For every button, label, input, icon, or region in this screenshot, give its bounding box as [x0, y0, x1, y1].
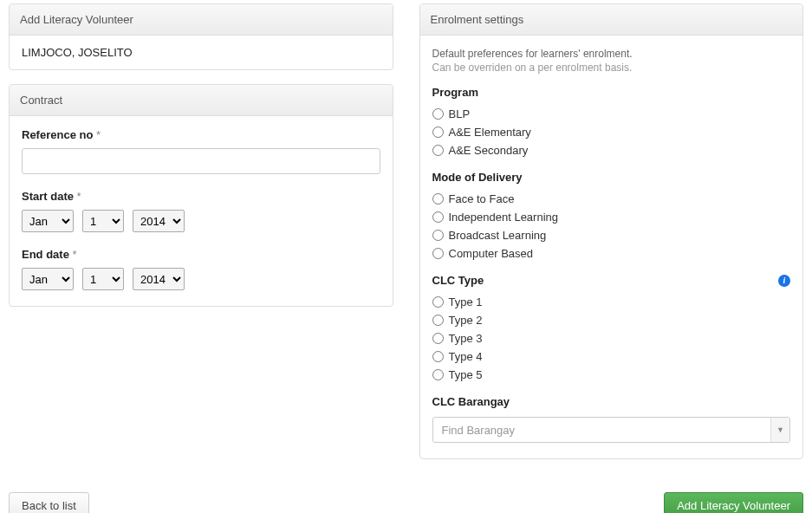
clc-type-option-label: Type 3 — [449, 332, 483, 345]
clc-type-radio[interactable] — [432, 351, 444, 362]
clc-type-option-label: Type 5 — [449, 368, 483, 381]
mode-option[interactable]: Computer Based — [432, 247, 791, 260]
reference-no-label: Reference no — [22, 128, 380, 141]
start-date-label: Start date — [22, 190, 380, 203]
mode-label: Mode of Delivery — [432, 171, 791, 184]
clc-type-option[interactable]: Type 4 — [432, 350, 791, 363]
mode-option[interactable]: Broadcast Learning — [432, 229, 791, 242]
program-option[interactable]: A&E Elementary — [432, 126, 791, 139]
program-option[interactable]: A&E Secondary — [432, 144, 791, 157]
clc-type-radio[interactable] — [432, 333, 444, 344]
enrolment-settings-title: Enrolment settings — [420, 4, 803, 36]
clc-type-option[interactable]: Type 5 — [432, 368, 791, 381]
program-option[interactable]: BLP — [432, 107, 791, 120]
reference-no-input[interactable] — [22, 148, 380, 174]
mode-radio[interactable] — [432, 211, 444, 223]
clc-type-radio[interactable] — [432, 296, 444, 308]
clc-type-label: CLC Type — [432, 274, 484, 287]
mode-option[interactable]: Face to Face — [432, 192, 791, 205]
mode-option-label: Broadcast Learning — [449, 229, 547, 242]
clc-type-radio-group: Type 1 Type 2 Type 3 Type 4 Type 5 — [432, 295, 791, 381]
barangay-placeholder: Find Barangay — [442, 424, 516, 437]
mode-option-label: Computer Based — [449, 247, 534, 260]
program-option-label: A&E Secondary — [449, 144, 529, 157]
clc-type-option-label: Type 2 — [449, 314, 483, 327]
mode-radio-group: Face to Face Independent Learning Broadc… — [432, 192, 791, 260]
barangay-combobox[interactable]: Find Barangay ▼ — [432, 417, 791, 443]
enrolment-help-2: Can be overriden on a per enrolment basi… — [432, 62, 791, 74]
mode-option-label: Face to Face — [449, 192, 515, 205]
mode-option-label: Independent Learning — [449, 211, 559, 224]
end-day-select[interactable]: 1 — [82, 268, 124, 290]
program-option-label: A&E Elementary — [449, 126, 531, 139]
clc-type-option[interactable]: Type 1 — [432, 295, 791, 308]
clc-barangay-label: CLC Barangay — [432, 395, 791, 408]
program-radio-group: BLP A&E Elementary A&E Secondary — [432, 107, 791, 157]
program-option-label: BLP — [449, 107, 471, 120]
add-volunteer-panel: Add Literacy Volunteer LIMJOCO, JOSELITO — [9, 3, 393, 70]
clc-type-option[interactable]: Type 2 — [432, 314, 791, 327]
end-month-select[interactable]: Jan — [22, 268, 74, 290]
enrolment-help-1: Default preferences for learners' enrolm… — [432, 48, 791, 60]
chevron-down-icon: ▼ — [770, 418, 789, 442]
end-year-select[interactable]: 2014 — [133, 268, 185, 290]
program-radio[interactable] — [432, 127, 444, 138]
end-date-label: End date — [22, 248, 380, 261]
start-month-select[interactable]: Jan — [22, 210, 74, 232]
volunteer-name: LIMJOCO, JOSELITO — [22, 46, 380, 59]
clc-type-radio[interactable] — [432, 315, 444, 326]
start-day-select[interactable]: 1 — [82, 210, 124, 232]
clc-type-radio[interactable] — [432, 369, 444, 380]
contract-title: Contract — [10, 85, 393, 116]
contract-panel: Contract Reference no Start date Jan 1 2… — [9, 84, 393, 307]
clc-type-option[interactable]: Type 3 — [432, 332, 791, 345]
back-to-list-button[interactable]: Back to list — [9, 492, 89, 513]
mode-radio[interactable] — [432, 230, 444, 241]
clc-type-option-label: Type 1 — [449, 295, 483, 308]
info-icon[interactable]: i — [778, 275, 790, 287]
program-radio[interactable] — [432, 108, 444, 120]
mode-radio[interactable] — [432, 193, 444, 205]
mode-radio[interactable] — [432, 248, 444, 259]
mode-option[interactable]: Independent Learning — [432, 211, 791, 224]
start-year-select[interactable]: 2014 — [133, 210, 185, 232]
program-radio[interactable] — [432, 145, 444, 156]
add-literacy-volunteer-button[interactable]: Add Literacy Volunteer — [664, 492, 803, 513]
add-volunteer-title: Add Literacy Volunteer — [10, 4, 393, 36]
enrolment-settings-panel: Enrolment settings Default preferences f… — [419, 3, 804, 459]
clc-type-option-label: Type 4 — [449, 350, 483, 363]
program-label: Program — [432, 86, 791, 99]
